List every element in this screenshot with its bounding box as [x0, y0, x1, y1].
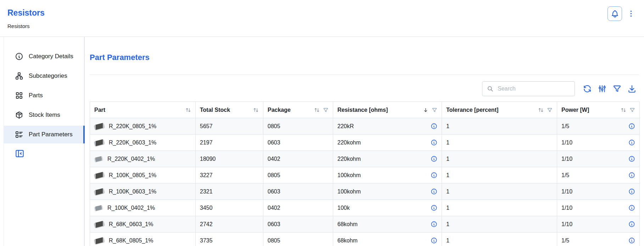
table-row[interactable]: R_220K_0603_1%21970603220kohm11/10 — [90, 135, 640, 151]
resistance-value: 100kohm — [337, 172, 361, 179]
package-cell: 0805 — [263, 167, 333, 184]
column-header-package[interactable]: Package — [263, 102, 333, 118]
info-icon[interactable] — [628, 172, 635, 179]
toolbar-buttons — [583, 84, 637, 93]
power-cell: 1/10 — [557, 135, 640, 151]
part-name[interactable]: R_220K_0603_1% — [109, 140, 156, 146]
info-icon[interactable] — [431, 155, 437, 162]
info-icon[interactable] — [431, 188, 437, 195]
sort-icon[interactable] — [253, 107, 259, 113]
table-options-button[interactable] — [598, 84, 607, 93]
sidebar-item-part-parameters[interactable]: Part Parameters — [4, 126, 84, 143]
overflow-menu-button[interactable] — [626, 6, 635, 21]
table-row[interactable]: R_68K_0805_1%3735080568kohm11/5 — [90, 233, 640, 246]
panel-title: Part Parameters — [90, 53, 639, 62]
sort-icon[interactable] — [185, 107, 191, 113]
tolerance-cell: 1 — [442, 118, 557, 135]
power-cell: 1/5 — [557, 118, 640, 135]
info-icon[interactable] — [431, 237, 437, 244]
info-icon[interactable] — [431, 204, 437, 211]
part-name[interactable]: R_220K_0805_1% — [109, 123, 156, 130]
sort-desc-icon[interactable] — [423, 107, 429, 113]
column-header-tolerance-percent[interactable]: Tolerance [percent] — [442, 102, 557, 118]
power-value: 1/10 — [561, 188, 572, 195]
download-icon — [627, 84, 637, 93]
part-name[interactable]: R_220K_0402_1% — [107, 156, 155, 162]
part-name[interactable]: R_100K_0805_1% — [109, 172, 156, 179]
part-name[interactable]: R_68K_0805_1% — [109, 237, 153, 244]
adjustments-icon — [598, 84, 607, 93]
info-icon[interactable] — [628, 139, 635, 146]
search-input[interactable] — [497, 85, 570, 92]
notifications-button[interactable] — [607, 6, 622, 21]
column-header-power-w[interactable]: Power [W] — [557, 102, 640, 118]
sort-icon[interactable] — [538, 107, 544, 113]
info-icon[interactable] — [628, 221, 635, 228]
info-icon[interactable] — [431, 139, 437, 146]
power-value: 1/5 — [561, 237, 569, 244]
table-row[interactable]: R_220K_0805_1%56570805220kR11/5 — [90, 118, 640, 135]
column-filter-icon[interactable] — [432, 107, 437, 113]
column-label: Package — [268, 107, 291, 113]
power-value: 1/5 — [561, 172, 569, 179]
part-name[interactable]: R_100K_0402_1% — [107, 205, 155, 211]
column-filter-icon[interactable] — [629, 107, 635, 113]
tolerance-cell: 1 — [442, 167, 557, 184]
search-box[interactable] — [482, 81, 575, 96]
column-filter-icon[interactable] — [547, 107, 553, 113]
download-button[interactable] — [627, 84, 637, 93]
total-stock-cell: 2742 — [196, 216, 263, 233]
part-name[interactable]: R_68K_0603_1% — [109, 221, 153, 228]
sidebar-item-stock-items[interactable]: Stock Items — [4, 106, 84, 124]
package-cell: 0402 — [263, 200, 333, 216]
column-header-resistance-ohms[interactable]: Resistance [ohms] — [333, 102, 442, 118]
filter-button[interactable] — [612, 84, 622, 93]
info-icon[interactable] — [628, 204, 635, 211]
power-value: 1/10 — [561, 205, 572, 211]
info-icon[interactable] — [431, 172, 437, 179]
page-title: Resistors — [7, 9, 45, 17]
table-row[interactable]: R_100K_0805_1%32270805100kohm11/5 — [90, 167, 640, 184]
table-row[interactable]: R_68K_0603_1%2742060368kohm11/10 — [90, 216, 640, 233]
info-icon[interactable] — [431, 221, 437, 228]
sidebar-item-label: Stock Items — [29, 111, 60, 119]
dots-vertical-icon — [627, 10, 635, 18]
info-icon[interactable] — [628, 155, 635, 162]
resistance-value: 220kohm — [337, 140, 361, 146]
sidebar-item-parts[interactable]: Parts — [4, 87, 84, 104]
tolerance-cell: 1 — [442, 184, 557, 200]
info-icon[interactable] — [431, 123, 437, 130]
tolerance-cell: 1 — [442, 233, 557, 246]
resistance-cell: 68kohm — [333, 233, 442, 246]
info-icon[interactable] — [628, 123, 635, 130]
package-cell: 0603 — [263, 135, 333, 151]
table-row[interactable]: R_220K_0402_1%180900402220kohm11/10 — [90, 151, 640, 167]
column-header-part[interactable]: Part — [90, 102, 196, 118]
column-label: Power [W] — [561, 107, 589, 113]
info-icon[interactable] — [628, 188, 635, 195]
part-thumbnail-image — [94, 237, 105, 244]
table-header-row: PartTotal StockPackageResistance [ohms]T… — [90, 102, 640, 118]
sort-icon[interactable] — [621, 107, 626, 113]
collapse-sidebar-button[interactable] — [15, 149, 24, 158]
power-cell: 1/5 — [557, 167, 640, 184]
sidebar-item-category-details[interactable]: Category Details — [4, 48, 84, 65]
tolerance-cell: 1 — [442, 135, 557, 151]
package-cell: 0402 — [263, 151, 333, 167]
refresh-button[interactable] — [583, 84, 592, 93]
breadcrumb[interactable]: Resistors — [7, 23, 30, 29]
table-row[interactable]: R_100K_0603_1%23210603100kohm11/10 — [90, 184, 640, 200]
sort-icon[interactable] — [314, 107, 320, 113]
sidebar-item-label: Category Details — [29, 53, 73, 60]
column-header-total-stock[interactable]: Total Stock — [196, 102, 263, 118]
sidebar-item-subcategories[interactable]: Subcategories — [4, 67, 84, 85]
page-header: Resistors Resistors — [0, 0, 644, 37]
info-icon[interactable] — [628, 237, 635, 244]
part-thumbnail-image — [94, 171, 105, 179]
power-value: 1/10 — [561, 140, 572, 146]
part-name[interactable]: R_100K_0603_1% — [109, 188, 156, 195]
column-filter-icon[interactable] — [323, 107, 329, 113]
table-row[interactable]: R_100K_0402_1%34500402100k11/10 — [90, 200, 640, 216]
sitemap-icon — [15, 72, 23, 80]
part-cell: R_100K_0603_1% — [90, 184, 196, 200]
